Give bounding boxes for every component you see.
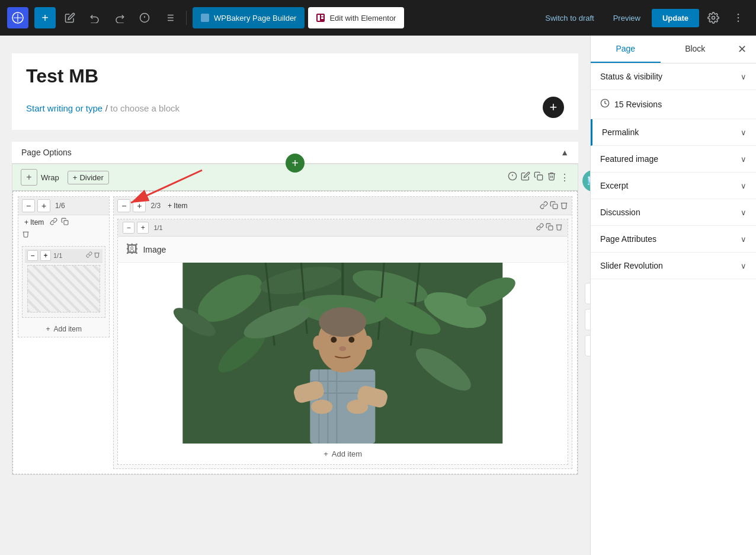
sidebar-tab-block[interactable]: Block — [661, 36, 731, 63]
wrap-label: Wrap — [41, 173, 59, 182]
inner-add-item[interactable]: + Add item — [118, 444, 568, 464]
info-button[interactable] — [134, 7, 155, 28]
col2-copy-button[interactable] — [550, 201, 558, 211]
start-writing-link[interactable]: Start writing or type — [26, 103, 102, 113]
update-button[interactable]: Update — [652, 9, 699, 27]
status-visibility-chevron: ∨ — [741, 72, 747, 81]
sub-delete-button[interactable] — [94, 251, 100, 260]
inner-plus-button[interactable]: + — [137, 222, 149, 234]
col2-add-icon: + — [168, 202, 172, 210]
excerpt-chevron: ∨ — [741, 181, 747, 190]
divider-label: Divider — [79, 173, 103, 182]
column-1-header: − + 1/6 — [18, 197, 109, 215]
col1-add-item-bottom[interactable]: + Add item — [18, 321, 109, 337]
col2-delete-button[interactable] — [560, 201, 568, 211]
wp-logo[interactable] — [7, 7, 28, 28]
slash-separator: / — [105, 103, 108, 113]
page-options-collapse-button[interactable]: ▲ — [560, 148, 569, 157]
col2-plus-button[interactable]: + — [133, 199, 146, 212]
sidebar-section-status: Status & visibility ∨ — [591, 63, 756, 90]
image-container[interactable] — [118, 263, 568, 444]
add-row-container: + + Wrap + Divider — [12, 164, 578, 191]
right-float-buttons — [585, 283, 590, 356]
featured-image-header[interactable]: Featured image ∨ — [591, 146, 756, 172]
list-view-button[interactable] — [159, 7, 180, 28]
stripe-placeholder — [27, 265, 100, 312]
page-attributes-header[interactable]: Page Attributes ∨ — [591, 226, 756, 252]
svg-rect-29 — [553, 204, 558, 209]
settings-button[interactable] — [703, 7, 724, 28]
status-visibility-header[interactable]: Status & visibility ∨ — [591, 63, 756, 90]
featured-image-chevron: ∨ — [741, 155, 747, 164]
sidebar-section-slider: Slider Revolution ∨ — [591, 253, 756, 279]
revisions-row[interactable]: 15 Revisions — [591, 90, 756, 119]
sub-plus-button[interactable]: + — [40, 250, 51, 261]
slider-revolution-chevron: ∨ — [741, 261, 747, 270]
switch-to-draft-button[interactable]: Switch to draft — [537, 9, 601, 27]
col2-link-button[interactable] — [540, 201, 548, 211]
col1-subblock: − + 1/1 — [22, 246, 105, 318]
svg-point-62 — [349, 337, 355, 343]
col1-add-item-label: Add item — [54, 325, 82, 333]
undo-float-button[interactable] — [585, 309, 590, 330]
permalink-header[interactable]: Permalink ∨ — [592, 119, 756, 145]
main-layout: Test MB Start writing or type / to choos… — [0, 36, 756, 555]
sidebar-header: Page Block ✕ — [591, 36, 756, 63]
transform-button[interactable] — [585, 283, 590, 304]
more-options-button[interactable] — [728, 7, 749, 28]
sub-link-button[interactable] — [86, 251, 92, 260]
add-block-toolbar-button[interactable]: + — [34, 7, 56, 28]
sort-button[interactable] — [585, 335, 590, 356]
col1-minus-button[interactable]: − — [22, 199, 35, 212]
sub-minus-button[interactable]: − — [27, 250, 38, 261]
col2-add-item-button[interactable]: + Item — [165, 202, 190, 210]
add-block-inline-button[interactable]: + — [543, 97, 564, 118]
col1-plus-button[interactable]: + — [37, 199, 50, 212]
builder-area: 🧊 + + Wrap — [12, 164, 578, 475]
inner-delete-button[interactable] — [555, 223, 563, 232]
col1-delete-button[interactable] — [22, 230, 30, 240]
sidebar-section-excerpt: Excerpt ∨ — [591, 173, 756, 199]
excerpt-header[interactable]: Excerpt ∨ — [591, 173, 756, 199]
inner-link-button[interactable] — [536, 223, 544, 232]
preview-button[interactable]: Preview — [606, 9, 648, 27]
page-title[interactable]: Test MB — [26, 65, 564, 87]
sidebar-section-discussion: Discussion ∨ — [591, 199, 756, 226]
farmer-image — [118, 263, 568, 444]
add-wrap-button[interactable]: + — [21, 169, 37, 186]
discussion-label: Discussion — [600, 208, 640, 217]
add-item-plus: + — [323, 449, 328, 458]
sidebar-close-button[interactable]: ✕ — [730, 37, 754, 61]
col1-link-button[interactable] — [50, 218, 57, 227]
edit-tool-button[interactable] — [59, 7, 81, 28]
inner-copy-button[interactable] — [546, 223, 553, 232]
svg-rect-12 — [318, 15, 320, 21]
col1-add-icon: + — [24, 218, 28, 227]
add-row-float-button[interactable]: + — [286, 154, 305, 173]
row-copy-button[interactable] — [534, 171, 543, 183]
row-container: − + 1/6 + Item — [12, 191, 578, 474]
row-delete-button[interactable] — [547, 171, 556, 183]
discussion-header[interactable]: Discussion ∨ — [591, 199, 756, 225]
row-more-button[interactable]: ⋮ — [560, 171, 569, 183]
row-info-button[interactable] — [508, 171, 517, 183]
undo-button[interactable] — [84, 7, 105, 28]
page-attributes-label: Page Attributes — [600, 234, 656, 244]
col1-copy-button[interactable] — [61, 218, 69, 227]
add-divider-button[interactable]: + Divider — [68, 171, 109, 184]
page-title-area: Test MB Start writing or type / to choos… — [12, 53, 578, 130]
wpbakery-button[interactable]: WPBakery Page Builder — [193, 7, 305, 28]
row-edit-button[interactable] — [521, 171, 530, 183]
sidebar: Page Block ✕ Status & visibility ∨ 15 Re… — [590, 36, 756, 555]
col1-add-item-button[interactable]: + Item — [22, 218, 46, 227]
svg-point-61 — [331, 337, 337, 343]
sidebar-tab-page[interactable]: Page — [591, 36, 661, 63]
redo-button[interactable] — [109, 7, 130, 28]
svg-point-56 — [312, 400, 333, 414]
column-2-header: − + 2/3 + Item — [114, 197, 572, 215]
slider-revolution-header[interactable]: Slider Revolution ∨ — [591, 253, 756, 279]
col2-minus-button[interactable]: − — [117, 199, 130, 212]
status-visibility-label: Status & visibility — [600, 72, 662, 81]
elementor-button[interactable]: Edit with Elementor — [308, 7, 404, 28]
inner-minus-button[interactable]: − — [123, 222, 134, 234]
